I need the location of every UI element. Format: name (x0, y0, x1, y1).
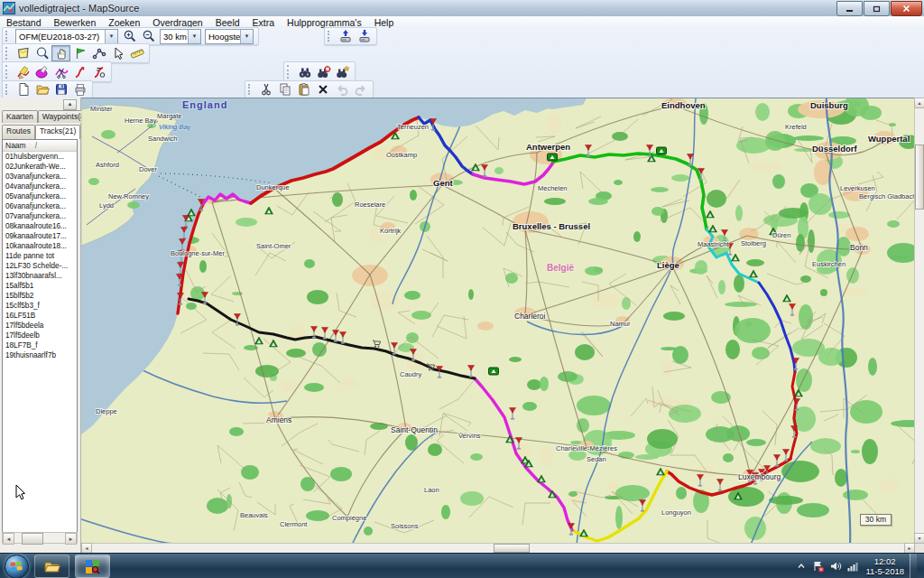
route-tool-button[interactable] (89, 45, 108, 61)
track-list-item[interactable]: 15alf5b1 (3, 281, 77, 291)
find-button[interactable] (295, 64, 314, 80)
scroll-up-arrow[interactable]: ▲ (914, 98, 924, 108)
tab-kaarten[interactable]: Kaarten (2, 110, 38, 123)
map-view[interactable]: EnglandViking BayMinsterMargateHerne Bay… (81, 98, 924, 553)
scroll-right-arrow[interactable]: ► (65, 533, 77, 545)
track-list-item[interactable]: 15clf5b3_f (3, 301, 77, 311)
overview-map-tool-button[interactable] (14, 45, 32, 61)
taskbar-clock[interactable]: 12:02 11-5-2018 (865, 556, 904, 576)
measure-tool-button[interactable] (127, 45, 146, 61)
track-list-item[interactable]: 12LF30 Schelde-... (3, 261, 77, 271)
track-list-item[interactable]: 09kanaalroute17... (3, 231, 77, 241)
toolbar-grip[interactable] (5, 47, 10, 60)
copy-button[interactable] (275, 81, 294, 98)
new-file-button[interactable] (14, 81, 32, 98)
track-list-item[interactable]: 06vanafjunckera... (3, 201, 77, 211)
map-vertical-scrollbar[interactable]: ▲ ▼ (914, 98, 924, 544)
city-marker-icon[interactable] (548, 154, 558, 161)
scroll-down-arrow[interactable]: ▼ (914, 533, 924, 544)
restore-button[interactable] (864, 1, 890, 16)
menu-bewerken[interactable]: Bewerken (48, 17, 103, 28)
open-file-button[interactable] (32, 81, 51, 98)
delete-button[interactable] (313, 81, 332, 98)
map-horizontal-scrollbar[interactable]: ◄ ► (81, 543, 915, 553)
zoom-out-button[interactable] (139, 28, 158, 44)
track-list-item[interactable]: 18LF7B_f (3, 340, 77, 350)
receive-from-device-button[interactable] (355, 28, 374, 44)
find-nearest-button[interactable] (314, 64, 333, 80)
tab-routes[interactable]: Routes (2, 125, 35, 139)
start-button[interactable] (5, 555, 29, 578)
track-list-item[interactable]: 17lf5bdeela (3, 321, 77, 331)
action-center-icon[interactable] (811, 559, 826, 573)
track-draw-button[interactable] (14, 64, 32, 80)
track-list-item[interactable]: 10kanaalroute18... (3, 241, 77, 251)
track-list-item[interactable]: 15blf5b2 (3, 291, 77, 301)
menu-help[interactable]: Help (368, 17, 401, 28)
track-filter-button[interactable] (89, 64, 108, 80)
track-list-item[interactable]: 04vanafjunckera... (3, 182, 77, 191)
print-button[interactable] (70, 81, 89, 98)
send-to-device-button[interactable] (336, 28, 355, 44)
network-icon[interactable] (845, 559, 860, 573)
hand-tool-button[interactable] (51, 45, 70, 61)
track-list-item[interactable]: 05vanafjunckera... (3, 191, 77, 201)
toolbar-grip[interactable] (5, 31, 10, 42)
track-list-item[interactable]: 08kanaalroute16... (3, 221, 77, 231)
track-list-item[interactable]: 17lf5deelb (3, 331, 77, 340)
menu-hulpprogrammas[interactable]: Hulpprogramma's (281, 17, 368, 28)
zoom-in-button[interactable] (120, 28, 139, 44)
toolbar-grip[interactable] (248, 84, 253, 96)
minimize-button[interactable] (836, 1, 863, 16)
city-marker-icon[interactable] (489, 368, 499, 375)
selection-tool-button[interactable] (108, 45, 127, 61)
save-file-button[interactable] (51, 81, 70, 98)
track-curve-button[interactable] (70, 64, 89, 80)
show-desktop-button[interactable] (910, 554, 917, 578)
taskbar-explorer-button[interactable] (34, 555, 69, 578)
track-list-item[interactable]: 01hulsbergvenn... (3, 152, 77, 162)
zoom-scale-select[interactable]: 30 km▼ (160, 29, 201, 44)
track-list-item[interactable]: 02Junkerath-We... (3, 162, 77, 172)
track-split-button[interactable] (51, 64, 70, 80)
toolbar-grip[interactable] (5, 65, 10, 79)
detail-level-select[interactable]: Hoogste▼ (205, 29, 254, 44)
track-list-header[interactable]: Naam / (3, 140, 77, 152)
menu-zoeken[interactable]: Zoeken (102, 17, 146, 28)
toolbar-grip[interactable] (328, 31, 332, 42)
track-list-item[interactable]: 16LF51B (3, 311, 77, 321)
panel-horizontal-scrollbar[interactable]: ◄ ► (2, 532, 78, 544)
collapse-panel-button[interactable]: ▲ (63, 99, 77, 110)
undo-button[interactable] (332, 81, 351, 98)
zoom-tool-button[interactable] (32, 45, 51, 61)
waypoint-flag-tool-button[interactable] (70, 45, 89, 61)
cut-button[interactable] (256, 81, 275, 98)
scrollbar-thumb[interactable] (494, 544, 530, 553)
menu-bestand[interactable]: Bestand (0, 17, 48, 28)
tab-tracks21[interactable]: Tracks(21) (35, 125, 80, 139)
menu-beeld[interactable]: Beeld (209, 17, 246, 28)
scrollbar-thumb[interactable] (915, 144, 924, 210)
volume-icon[interactable] (828, 559, 843, 573)
scrollbar-thumb[interactable] (22, 533, 43, 545)
paste-button[interactable] (294, 81, 313, 98)
map-product-select[interactable]: OFM(EU2018-03-27)▼ (15, 29, 118, 44)
toolbar-grip[interactable] (5, 84, 10, 96)
hidden-icons-button[interactable] (794, 559, 808, 573)
track-area-button[interactable] (32, 64, 51, 80)
track-list-item[interactable]: 19thuisnaarlf7b (3, 350, 77, 360)
taskbar-mapsource-button[interactable] (75, 555, 110, 578)
find-recent-button[interactable] (333, 64, 352, 80)
toolbar-grip[interactable] (287, 65, 291, 79)
redo-button[interactable] (351, 81, 370, 98)
city-marker-icon[interactable] (657, 147, 667, 154)
scroll-left-arrow[interactable]: ◄ (3, 533, 14, 545)
map-canvas[interactable]: EnglandViking BayMinsterMargateHerne Bay… (81, 98, 915, 545)
track-list-item[interactable]: 03vanafjunckera... (3, 172, 77, 182)
track-list-item[interactable]: 07vanafjunckera... (3, 211, 77, 221)
menu-overdragen[interactable]: Overdragen (146, 17, 208, 28)
track-list-item[interactable]: 11de panne tot (3, 251, 77, 261)
menu-extra[interactable]: Extra (246, 17, 282, 28)
close-button[interactable] (891, 1, 922, 16)
track-list-item[interactable]: 13lf30bnaarafsl... (3, 271, 77, 281)
